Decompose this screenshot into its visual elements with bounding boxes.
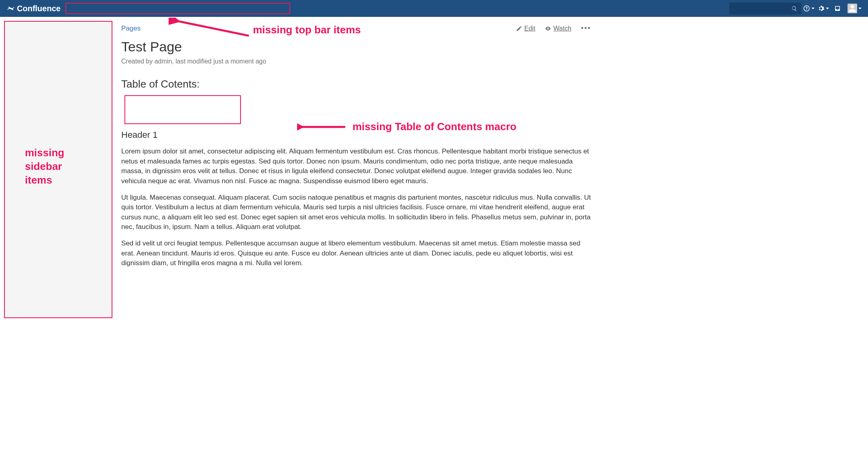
annotation-toc-callout: missing Table of Contents macro bbox=[297, 121, 516, 133]
search-box[interactable] bbox=[729, 2, 801, 14]
page-layout: missing sidebar items Pages Edit Watch •… bbox=[0, 17, 868, 322]
admin-menu[interactable] bbox=[816, 0, 830, 17]
svg-line-0 bbox=[177, 21, 249, 36]
annotation-toc-missing-box bbox=[124, 95, 241, 124]
caret-down-icon bbox=[811, 8, 815, 9]
breadcrumb: Pages bbox=[121, 25, 141, 33]
confluence-logo-icon bbox=[6, 4, 15, 13]
annotation-topbar-missing-box bbox=[65, 3, 290, 14]
search-icon bbox=[791, 6, 797, 12]
main-content: Pages Edit Watch ••• Test Page Created b… bbox=[116, 17, 602, 322]
annotation-topbar-label: missing top bar items bbox=[253, 24, 361, 36]
caret-down-icon bbox=[826, 8, 829, 9]
confluence-logo[interactable]: Confluence bbox=[4, 4, 63, 13]
arrow-icon bbox=[169, 18, 249, 42]
caret-down-icon bbox=[858, 8, 862, 9]
help-menu[interactable] bbox=[801, 0, 816, 17]
help-icon bbox=[803, 5, 810, 12]
edit-label: Edit bbox=[524, 25, 536, 32]
toc-heading: Table of Cotents: bbox=[121, 78, 591, 90]
arrow-icon bbox=[297, 121, 345, 133]
sidebar: missing sidebar items bbox=[0, 17, 116, 322]
annotation-sidebar-label: missing sidebar items bbox=[25, 146, 64, 187]
user-icon bbox=[848, 4, 857, 13]
breadcrumb-pages-link[interactable]: Pages bbox=[121, 25, 141, 32]
inbox-button[interactable] bbox=[830, 0, 845, 17]
watch-button[interactable]: Watch bbox=[545, 25, 571, 32]
page-actions: Edit Watch ••• bbox=[516, 24, 591, 33]
annotation-toc-label: missing Table of Contents macro bbox=[352, 121, 516, 133]
brand-text: Confluence bbox=[17, 4, 61, 13]
user-menu[interactable] bbox=[845, 0, 864, 17]
annotation-sidebar-missing-box: missing sidebar items bbox=[4, 21, 112, 318]
avatar bbox=[848, 4, 857, 13]
eye-icon bbox=[545, 25, 551, 32]
annotation-topbar-callout: missing top bar items bbox=[169, 18, 361, 42]
gear-icon bbox=[817, 5, 825, 12]
inbox-icon bbox=[834, 5, 841, 12]
watch-label: Watch bbox=[553, 25, 571, 32]
edit-button[interactable]: Edit bbox=[516, 25, 536, 32]
content-paragraph: Ut ligula. Maecenas consequat. Aliquam p… bbox=[121, 193, 591, 233]
content-paragraph: Lorem ipsum dolor sit amet, consectetur … bbox=[121, 147, 591, 186]
content-paragraph: Sed id velit ut orci feugiat tempus. Pel… bbox=[121, 239, 591, 268]
page-byline: Created by admin, last modified just a m… bbox=[121, 58, 591, 65]
pencil-icon bbox=[516, 25, 522, 32]
more-actions-button[interactable]: ••• bbox=[581, 24, 591, 33]
top-navigation-bar: Confluence bbox=[0, 0, 868, 17]
